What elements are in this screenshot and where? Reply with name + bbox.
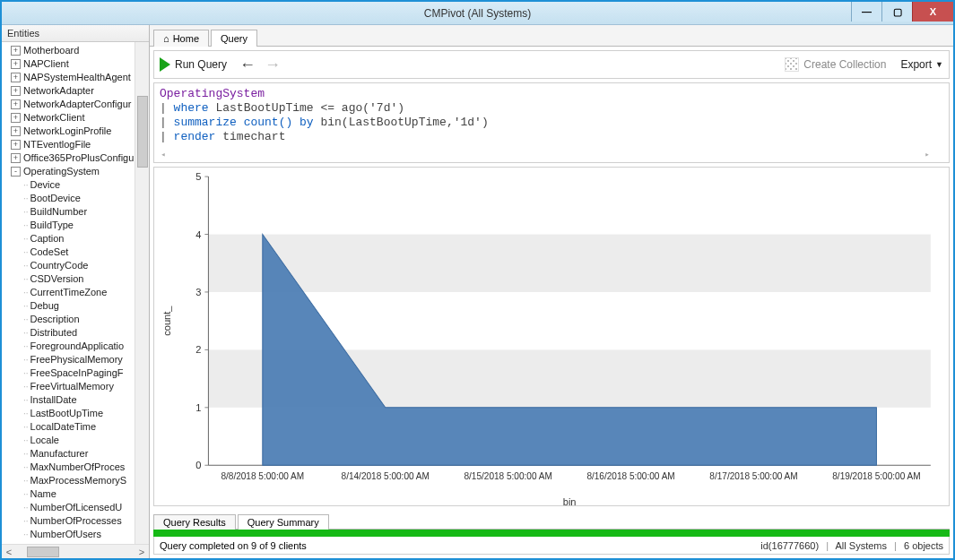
property-label: Locale: [30, 434, 59, 447]
entity-label: NetworkAdapter: [23, 84, 94, 98]
entity-item[interactable]: +NAPSystemHealthAgent: [4, 71, 149, 84]
entity-property[interactable]: Device: [23, 178, 149, 192]
entity-property[interactable]: Manufacturer: [23, 447, 149, 461]
nav-back-icon[interactable]: ←: [239, 56, 256, 74]
entity-property[interactable]: InstallDate: [23, 393, 149, 407]
entity-property[interactable]: Caption: [23, 232, 149, 246]
tab-query-results[interactable]: Query Results: [153, 514, 236, 530]
tree-hscrollbar[interactable]: < >: [2, 544, 149, 558]
collapse-icon[interactable]: -: [11, 167, 21, 177]
entity-item-expanded[interactable]: -OperatingSystem: [4, 165, 149, 178]
editor-hscroll-left-icon[interactable]: ◂: [158, 148, 169, 162]
window-title: CMPivot (All Systems): [424, 7, 531, 20]
entity-property[interactable]: FreePhysicalMemory: [23, 353, 149, 366]
svg-text:count_: count_: [161, 306, 172, 336]
entity-item[interactable]: +Office365ProPlusConfigu: [4, 151, 149, 165]
query-toolbar: Run Query ← → Create Collection Export ▼: [153, 50, 950, 79]
minimize-button[interactable]: —: [851, 2, 881, 22]
entity-property[interactable]: NumberOfUsers: [23, 528, 149, 541]
property-label: BootDevice: [30, 192, 81, 205]
svg-text:2: 2: [195, 344, 201, 355]
entity-label: NAPSystemHealthAgent: [23, 71, 131, 84]
entity-property[interactable]: BuildType: [23, 219, 149, 232]
entity-property[interactable]: NumberOfProcesses: [23, 514, 149, 528]
entity-item[interactable]: +NetworkAdapterConfigur: [4, 98, 149, 111]
tree-hscroll-left-icon[interactable]: <: [2, 547, 16, 557]
collection-icon: [785, 57, 799, 72]
tree-hscroll-right-icon[interactable]: >: [135, 547, 149, 557]
entity-label: Office365ProPlusConfigu: [23, 151, 134, 165]
expand-icon[interactable]: +: [11, 99, 21, 109]
entity-property[interactable]: NumberOfLicensedU: [23, 501, 149, 514]
expand-icon[interactable]: +: [11, 86, 21, 96]
svg-text:1: 1: [195, 402, 201, 413]
property-label: Manufacturer: [30, 447, 89, 461]
close-button[interactable]: X: [912, 2, 953, 22]
expand-icon[interactable]: +: [11, 46, 21, 56]
entity-property[interactable]: ForegroundApplicatio: [23, 340, 149, 353]
entity-label: OperatingSystem: [23, 165, 100, 178]
entity-property[interactable]: LocalDateTime: [23, 420, 149, 434]
expand-icon[interactable]: +: [11, 73, 21, 82]
run-query-button[interactable]: Run Query: [175, 58, 227, 71]
query-token: LastBootUpTime <= ago('7d'): [209, 101, 404, 115]
expand-icon[interactable]: +: [11, 113, 21, 123]
history-nav: ← →: [239, 56, 281, 74]
query-token: |: [160, 101, 174, 115]
expand-icon[interactable]: +: [11, 140, 21, 150]
svg-text:8/19/2018 5:00:00 AM: 8/19/2018 5:00:00 AM: [832, 471, 920, 481]
entity-item[interactable]: +NAPClient: [4, 57, 149, 71]
entity-property[interactable]: MaxNumberOfProces: [23, 461, 149, 474]
window-buttons: — ▢ X: [851, 2, 953, 22]
tab-query[interactable]: Query: [211, 30, 257, 47]
entity-property[interactable]: Distributed: [23, 326, 149, 340]
maximize-button[interactable]: ▢: [881, 2, 912, 22]
expand-icon[interactable]: +: [11, 59, 21, 69]
entity-item[interactable]: +Motherboard: [4, 44, 149, 57]
property-label: FreeSpaceInPagingF: [30, 366, 124, 380]
status-message: Query completed on 9 of 9 clients: [160, 540, 307, 551]
expand-icon[interactable]: +: [11, 126, 21, 136]
svg-rect-1: [208, 235, 930, 292]
editor-hscroll-right-icon[interactable]: ▸: [922, 148, 933, 162]
run-icon[interactable]: [160, 57, 170, 72]
entity-item[interactable]: +NetworkAdapter: [4, 84, 149, 98]
expand-icon[interactable]: +: [11, 153, 21, 163]
entity-property[interactable]: Name: [23, 487, 149, 501]
entity-property[interactable]: CSDVersion: [23, 272, 149, 286]
entity-property[interactable]: CurrentTimeZone: [23, 286, 149, 299]
entity-property[interactable]: BuildNumber: [23, 205, 149, 219]
editor-hscroll[interactable]: ◂▸: [158, 150, 933, 160]
entity-property[interactable]: FreeVirtualMemory: [23, 380, 149, 393]
entities-tree[interactable]: +Motherboard+NAPClient+NAPSystemHealthAg…: [2, 42, 149, 558]
create-collection-button[interactable]: Create Collection: [785, 57, 886, 72]
property-label: Name: [30, 487, 56, 501]
titlebar[interactable]: CMPivot (All Systems) — ▢ X: [2, 2, 953, 25]
entity-label: NetworkLoginProfile: [23, 125, 111, 138]
entity-property[interactable]: CountryCode: [23, 259, 149, 272]
property-label: NumberOfUsers: [30, 528, 101, 541]
nav-forward-icon[interactable]: →: [265, 56, 281, 74]
entity-item[interactable]: +NTEventlogFile: [4, 138, 149, 151]
property-label: Device: [30, 178, 61, 192]
tree-hscroll-thumb[interactable]: [27, 547, 59, 557]
entity-property[interactable]: Description: [23, 313, 149, 326]
entity-property[interactable]: MaxProcessMemoryS: [23, 474, 149, 487]
entity-property[interactable]: Locale: [23, 434, 149, 447]
svg-text:3: 3: [195, 287, 201, 297]
tree-vscrollbar[interactable]: [135, 42, 149, 544]
progress-bar: [153, 530, 950, 537]
entity-property[interactable]: BootDevice: [23, 192, 149, 205]
entity-item[interactable]: +NetworkClient: [4, 111, 149, 125]
tree-vscroll-thumb[interactable]: [137, 96, 148, 168]
entity-property[interactable]: LastBootUpTime: [23, 407, 149, 420]
entity-label: NTEventlogFile: [23, 138, 91, 151]
entity-property[interactable]: CodeSet: [23, 246, 149, 259]
entity-item[interactable]: +NetworkLoginProfile: [4, 125, 149, 138]
query-editor[interactable]: OperatingSystem | where LastBootUpTime <…: [153, 82, 950, 163]
tab-home[interactable]: ⌂ Home: [153, 30, 209, 47]
export-button[interactable]: Export ▼: [900, 58, 943, 71]
entity-property[interactable]: Debug: [23, 299, 149, 313]
entity-property[interactable]: FreeSpaceInPagingF: [23, 366, 149, 380]
tab-query-summary[interactable]: Query Summary: [238, 514, 329, 530]
